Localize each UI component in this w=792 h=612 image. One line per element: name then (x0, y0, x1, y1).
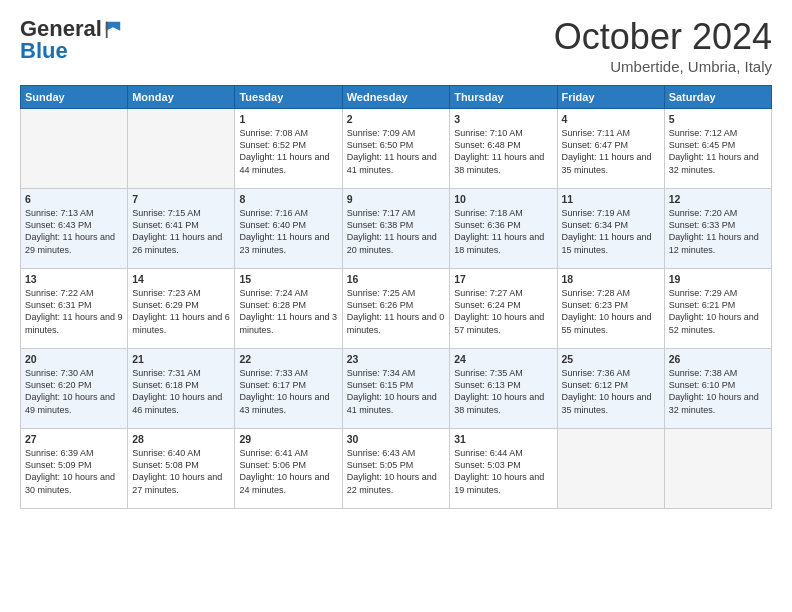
cell-sunrise: Sunrise: 7:09 AM (347, 127, 445, 139)
cell-sunset: Sunset: 6:34 PM (562, 219, 660, 231)
cell-sunrise: Sunrise: 6:43 AM (347, 447, 445, 459)
cell-sunset: Sunset: 6:15 PM (347, 379, 445, 391)
cell-sunset: Sunset: 6:10 PM (669, 379, 767, 391)
cell-daylight: Daylight: 10 hours and 30 minutes. (25, 471, 123, 495)
cell-sunrise: Sunrise: 7:24 AM (239, 287, 337, 299)
cell-date-number: 12 (669, 192, 767, 206)
calendar-week-row: 20Sunrise: 7:30 AMSunset: 6:20 PMDayligh… (21, 349, 772, 429)
cell-daylight: Daylight: 11 hours and 23 minutes. (239, 231, 337, 255)
cell-date-number: 27 (25, 432, 123, 446)
cell-sunrise: Sunrise: 7:29 AM (669, 287, 767, 299)
cell-date-number: 18 (562, 272, 660, 286)
cell-sunrise: Sunrise: 6:44 AM (454, 447, 552, 459)
cell-date-number: 20 (25, 352, 123, 366)
table-row: 25Sunrise: 7:36 AMSunset: 6:12 PMDayligh… (557, 349, 664, 429)
logo-blue-text: Blue (20, 38, 68, 64)
cell-date-number: 15 (239, 272, 337, 286)
cell-daylight: Daylight: 11 hours and 41 minutes. (347, 151, 445, 175)
cell-sunrise: Sunrise: 7:15 AM (132, 207, 230, 219)
table-row: 20Sunrise: 7:30 AMSunset: 6:20 PMDayligh… (21, 349, 128, 429)
cell-daylight: Daylight: 11 hours and 3 minutes. (239, 311, 337, 335)
cell-sunset: Sunset: 5:03 PM (454, 459, 552, 471)
cell-sunset: Sunset: 6:29 PM (132, 299, 230, 311)
table-row: 31Sunrise: 6:44 AMSunset: 5:03 PMDayligh… (450, 429, 557, 509)
cell-daylight: Daylight: 11 hours and 15 minutes. (562, 231, 660, 255)
cell-daylight: Daylight: 10 hours and 27 minutes. (132, 471, 230, 495)
cell-daylight: Daylight: 10 hours and 52 minutes. (669, 311, 767, 335)
cell-sunrise: Sunrise: 7:25 AM (347, 287, 445, 299)
title-section: October 2024 Umbertide, Umbria, Italy (554, 16, 772, 75)
cell-daylight: Daylight: 10 hours and 22 minutes. (347, 471, 445, 495)
table-row: 30Sunrise: 6:43 AMSunset: 5:05 PMDayligh… (342, 429, 449, 509)
cell-sunrise: Sunrise: 7:18 AM (454, 207, 552, 219)
location-text: Umbertide, Umbria, Italy (554, 58, 772, 75)
cell-sunrise: Sunrise: 7:35 AM (454, 367, 552, 379)
calendar-week-row: 13Sunrise: 7:22 AMSunset: 6:31 PMDayligh… (21, 269, 772, 349)
cell-sunrise: Sunrise: 6:40 AM (132, 447, 230, 459)
cell-sunset: Sunset: 6:52 PM (239, 139, 337, 151)
logo-flag-icon (104, 20, 122, 38)
cell-daylight: Daylight: 10 hours and 38 minutes. (454, 391, 552, 415)
cell-sunset: Sunset: 5:05 PM (347, 459, 445, 471)
cell-sunrise: Sunrise: 6:41 AM (239, 447, 337, 459)
cell-daylight: Daylight: 10 hours and 32 minutes. (669, 391, 767, 415)
cell-sunset: Sunset: 6:41 PM (132, 219, 230, 231)
cell-daylight: Daylight: 11 hours and 6 minutes. (132, 311, 230, 335)
table-row: 24Sunrise: 7:35 AMSunset: 6:13 PMDayligh… (450, 349, 557, 429)
table-row: 13Sunrise: 7:22 AMSunset: 6:31 PMDayligh… (21, 269, 128, 349)
cell-date-number: 23 (347, 352, 445, 366)
cell-date-number: 16 (347, 272, 445, 286)
calendar-header-row: Sunday Monday Tuesday Wednesday Thursday… (21, 86, 772, 109)
calendar-week-row: 1Sunrise: 7:08 AMSunset: 6:52 PMDaylight… (21, 109, 772, 189)
cell-daylight: Daylight: 10 hours and 24 minutes. (239, 471, 337, 495)
header-tuesday: Tuesday (235, 86, 342, 109)
header-monday: Monday (128, 86, 235, 109)
cell-daylight: Daylight: 10 hours and 46 minutes. (132, 391, 230, 415)
cell-date-number: 31 (454, 432, 552, 446)
cell-date-number: 11 (562, 192, 660, 206)
table-row: 22Sunrise: 7:33 AMSunset: 6:17 PMDayligh… (235, 349, 342, 429)
table-row: 15Sunrise: 7:24 AMSunset: 6:28 PMDayligh… (235, 269, 342, 349)
cell-sunset: Sunset: 6:23 PM (562, 299, 660, 311)
header-sunday: Sunday (21, 86, 128, 109)
table-row (557, 429, 664, 509)
cell-sunrise: Sunrise: 7:20 AM (669, 207, 767, 219)
cell-date-number: 1 (239, 112, 337, 126)
cell-sunset: Sunset: 6:47 PM (562, 139, 660, 151)
table-row: 7Sunrise: 7:15 AMSunset: 6:41 PMDaylight… (128, 189, 235, 269)
cell-date-number: 19 (669, 272, 767, 286)
cell-sunset: Sunset: 6:17 PM (239, 379, 337, 391)
cell-date-number: 3 (454, 112, 552, 126)
cell-sunset: Sunset: 6:28 PM (239, 299, 337, 311)
header-thursday: Thursday (450, 86, 557, 109)
cell-date-number: 2 (347, 112, 445, 126)
table-row: 17Sunrise: 7:27 AMSunset: 6:24 PMDayligh… (450, 269, 557, 349)
table-row: 23Sunrise: 7:34 AMSunset: 6:15 PMDayligh… (342, 349, 449, 429)
cell-sunrise: Sunrise: 7:31 AM (132, 367, 230, 379)
table-row: 26Sunrise: 7:38 AMSunset: 6:10 PMDayligh… (664, 349, 771, 429)
cell-sunset: Sunset: 6:20 PM (25, 379, 123, 391)
cell-sunrise: Sunrise: 7:27 AM (454, 287, 552, 299)
table-row: 12Sunrise: 7:20 AMSunset: 6:33 PMDayligh… (664, 189, 771, 269)
cell-date-number: 14 (132, 272, 230, 286)
table-row: 2Sunrise: 7:09 AMSunset: 6:50 PMDaylight… (342, 109, 449, 189)
cell-sunrise: Sunrise: 7:10 AM (454, 127, 552, 139)
cell-daylight: Daylight: 11 hours and 20 minutes. (347, 231, 445, 255)
table-row: 14Sunrise: 7:23 AMSunset: 6:29 PMDayligh… (128, 269, 235, 349)
table-row: 19Sunrise: 7:29 AMSunset: 6:21 PMDayligh… (664, 269, 771, 349)
table-row: 8Sunrise: 7:16 AMSunset: 6:40 PMDaylight… (235, 189, 342, 269)
table-row: 21Sunrise: 7:31 AMSunset: 6:18 PMDayligh… (128, 349, 235, 429)
cell-date-number: 8 (239, 192, 337, 206)
calendar-table: Sunday Monday Tuesday Wednesday Thursday… (20, 85, 772, 509)
cell-daylight: Daylight: 10 hours and 19 minutes. (454, 471, 552, 495)
cell-daylight: Daylight: 10 hours and 49 minutes. (25, 391, 123, 415)
cell-sunrise: Sunrise: 7:38 AM (669, 367, 767, 379)
table-row (128, 109, 235, 189)
cell-date-number: 5 (669, 112, 767, 126)
cell-date-number: 17 (454, 272, 552, 286)
cell-sunrise: Sunrise: 7:30 AM (25, 367, 123, 379)
table-row: 11Sunrise: 7:19 AMSunset: 6:34 PMDayligh… (557, 189, 664, 269)
table-row: 1Sunrise: 7:08 AMSunset: 6:52 PMDaylight… (235, 109, 342, 189)
cell-sunset: Sunset: 6:48 PM (454, 139, 552, 151)
table-row: 6Sunrise: 7:13 AMSunset: 6:43 PMDaylight… (21, 189, 128, 269)
